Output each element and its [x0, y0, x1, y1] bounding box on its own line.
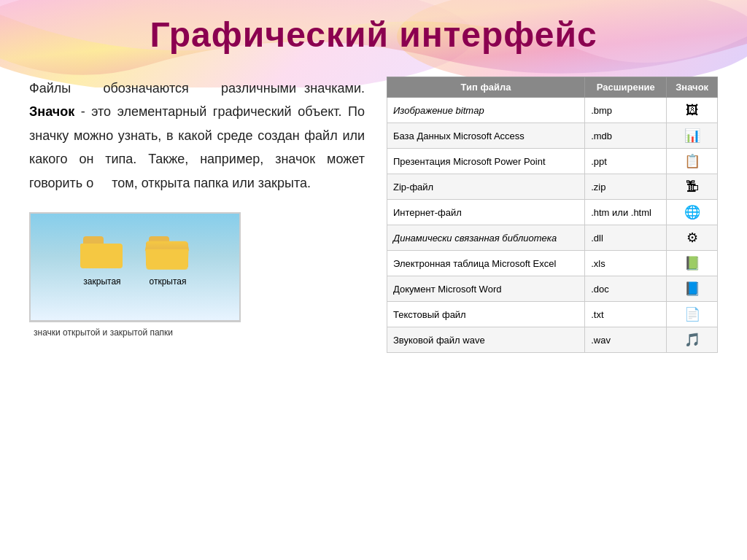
file-type-icon: 🗜 [684, 178, 701, 195]
table-cell-icon: 🌐 [667, 200, 718, 225]
paragraph-text-2: - это элементарный графический объект. П… [29, 104, 365, 190]
table-row: Презентация Microsoft Power Point.ppt📋 [387, 149, 718, 174]
table-row: Электронная таблица Microsoft Excel.xls📗 [387, 251, 718, 276]
table-cell-type: Электронная таблица Microsoft Excel [387, 251, 585, 276]
content-wrapper: Графический интерфейс Файлы обозначаются… [0, 0, 747, 353]
table-cell-icon: 📄 [667, 302, 718, 327]
file-type-icon: 📄 [684, 306, 701, 323]
file-type-icon: ⚙ [684, 229, 701, 246]
table-cell-extension: .xls [585, 251, 667, 276]
table-cell-extension: .mdb [585, 123, 667, 149]
main-content: Файлы обозначаются различными значками. … [29, 77, 718, 353]
col-header-extension: Расширение [585, 77, 667, 98]
paragraph-text-1: Файлы обозначаются различными значками. [29, 81, 365, 96]
col-header-icon: Значок [667, 77, 718, 98]
folder-caption: значки открытой и закрытой папки [29, 322, 241, 344]
file-type-icon: 🌐 [684, 203, 701, 221]
table-cell-type: Изображение bitmap [387, 98, 585, 123]
right-column: Тип файла Расширение Значок Изображение … [387, 77, 718, 353]
table-cell-extension: .wav [585, 327, 667, 353]
table-cell-extension: .dll [585, 225, 667, 251]
table-header-row: Тип файла Расширение Значок [387, 77, 718, 98]
folder-open-icon [146, 236, 190, 271]
table-cell-icon: 🗜 [667, 174, 718, 200]
folder-body [80, 244, 123, 268]
folder-image: закрытая открытая [29, 212, 241, 322]
folder-closed-icon [80, 236, 124, 271]
left-column: Файлы обозначаются различными значками. … [29, 77, 365, 344]
col-header-type: Тип файла [387, 77, 585, 98]
table-row: Динамически связанная библиотека.dll⚙ [387, 225, 718, 251]
table-cell-extension: .doc [585, 276, 667, 302]
table-cell-icon: 📊 [667, 123, 718, 149]
folder-body-front [145, 249, 188, 270]
main-paragraph: Файлы обозначаются различными значками. … [29, 77, 365, 195]
folder-closed-label: закрытая [83, 274, 120, 290]
table-row: Текстовый файл.txt📄 [387, 302, 718, 327]
file-type-icon: 📊 [684, 127, 701, 144]
table-row: База Данных Microsoft Access.mdb📊 [387, 123, 718, 149]
table-row: Изображение bitmap.bmp🖼 [387, 98, 718, 123]
table-cell-icon: 📋 [667, 149, 718, 174]
table-row: Звуковой файл wave.wav🎵 [387, 327, 718, 353]
table-cell-extension: .ppt [585, 149, 667, 174]
table-cell-icon: 🖼 [667, 98, 718, 123]
table-row: Zip-файл.zip🗜 [387, 174, 718, 200]
table-row: Документ Microsoft Word.doc📘 [387, 276, 718, 302]
file-type-icon: 📋 [684, 152, 701, 170]
folder-item-closed: закрытая [80, 236, 124, 290]
table-cell-icon: 📘 [667, 276, 718, 302]
folder-icons-row: закрытая открытая [80, 236, 190, 298]
file-type-icon: 🖼 [684, 101, 701, 119]
table-cell-icon: ⚙ [667, 225, 718, 251]
table-cell-icon: 🎵 [667, 327, 718, 353]
table-cell-type: Zip-файл [387, 174, 585, 200]
table-cell-extension: .zip [585, 174, 667, 200]
table-cell-icon: 📗 [667, 251, 718, 276]
folder-open-label: открытая [150, 274, 187, 290]
file-type-icon: 📗 [684, 254, 701, 272]
bold-word: Значок [29, 104, 74, 119]
folder-item-open: открытая [146, 236, 190, 290]
folder-image-container: закрытая открытая [29, 212, 241, 344]
file-type-icon: 🎵 [684, 331, 701, 349]
page-title: Графический интерфейс [29, 0, 718, 77]
table-cell-extension: .txt [585, 302, 667, 327]
table-cell-type: База Данных Microsoft Access [387, 123, 585, 149]
table-row: Интернет-файл.htm или .html🌐 [387, 200, 718, 225]
table-cell-type: Документ Microsoft Word [387, 276, 585, 302]
table-cell-type: Текстовый файл [387, 302, 585, 327]
table-cell-extension: .htm или .html [585, 200, 667, 225]
table-cell-type: Звуковой файл wave [387, 327, 585, 353]
table-cell-type: Интернет-файл [387, 200, 585, 225]
table-cell-type: Динамически связанная библиотека [387, 225, 585, 251]
file-type-icon: 📘 [684, 280, 701, 298]
file-types-table: Тип файла Расширение Значок Изображение … [387, 77, 718, 353]
table-cell-extension: .bmp [585, 98, 667, 123]
table-cell-type: Презентация Microsoft Power Point [387, 149, 585, 174]
